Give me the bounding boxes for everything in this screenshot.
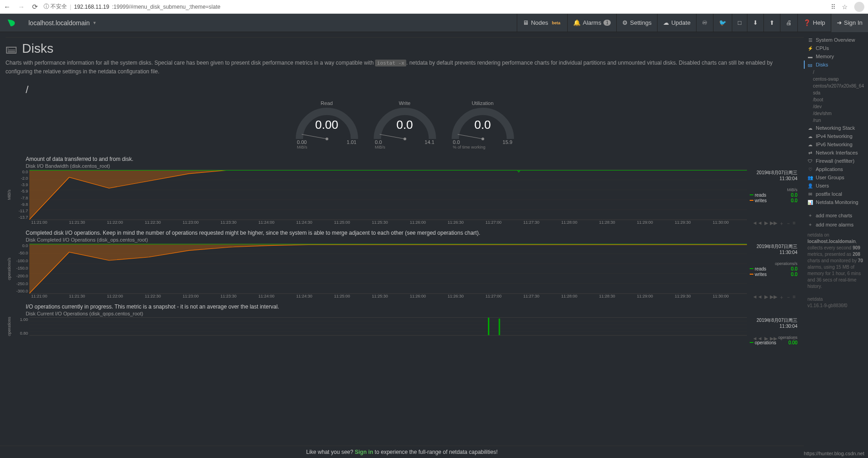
cloud-download-icon: ☁: [663, 19, 669, 26]
svg-point-5: [481, 138, 484, 140]
chart-minus-icon[interactable]: －: [786, 336, 791, 342]
chart-play-icon[interactable]: ▶: [764, 294, 768, 301]
chart-title: Disk Current I/O Operations (disk_qops.c…: [26, 311, 797, 316]
svg-point-1: [326, 138, 328, 140]
chart-menu-icon[interactable]: ≡: [793, 336, 796, 342]
chart-next-icon[interactable]: ▶▶: [770, 220, 777, 227]
chart-add-icon[interactable]: ＋: [779, 220, 784, 227]
sidebar-item-disks[interactable]: 🖴Disks: [804, 61, 868, 69]
github-link[interactable]: ♾: [696, 14, 713, 32]
sidebar-item-networking-stack[interactable]: ☁Networking Stack: [804, 124, 868, 132]
sidebar-sub-item[interactable]: centos/\x207/\x20x86_64: [804, 83, 868, 89]
gauge-value: 0.00: [293, 118, 361, 132]
browser-chrome: ← → ⟳ ⓘ 不安全 | 192.168.11.19:19999/#menu_…: [0, 0, 868, 14]
chart-minus-icon[interactable]: －: [786, 220, 791, 227]
sidebar-item-network-interfaces[interactable]: ⇄Network Interfaces: [804, 149, 868, 157]
print-button[interactable]: 🖨: [780, 14, 797, 32]
sidebar-icon: 🖴: [807, 62, 813, 67]
translate-icon[interactable]: ⠿: [831, 3, 835, 11]
hostname-dropdown[interactable]: localhost.localdomain ▼: [23, 19, 102, 27]
sidebar-label: IPv4 Networking: [816, 133, 852, 139]
sidebar-sub-item[interactable]: /dev: [804, 103, 868, 110]
sidebar-sub-item[interactable]: /: [804, 69, 868, 76]
sidebar-add-charts[interactable]: ＋add more charts: [804, 211, 868, 220]
nodes-button[interactable]: 🖥 Nodes beta: [517, 14, 567, 32]
sidebar-icon: ☁: [807, 134, 813, 139]
upload-button[interactable]: ⬆: [763, 14, 780, 32]
gauge-write[interactable]: Write 0.0 0.014.1 MiB/s: [370, 100, 439, 149]
bell-icon: 🔔: [573, 19, 581, 26]
signin-button[interactable]: ➜ Sign In: [831, 14, 868, 32]
chart-ylabel: operations: [6, 317, 13, 336]
sidebar-icon: ♡: [807, 167, 813, 172]
chart-menu-icon[interactable]: ≡: [793, 220, 796, 227]
settings-button[interactable]: ⚙ Settings: [616, 14, 657, 32]
back-icon[interactable]: ←: [4, 3, 11, 11]
sidebar-item-postfix-local[interactable]: ✉postfix local: [804, 190, 868, 198]
url-bar[interactable]: ⓘ 不安全 | 192.168.11.19:19999/#menu_disk_s…: [44, 3, 825, 11]
chart-prev-icon[interactable]: ◄◄: [752, 220, 763, 227]
chart-minus-icon[interactable]: －: [786, 294, 791, 301]
chart-next-icon[interactable]: ▶▶: [770, 294, 777, 301]
chart-add-icon[interactable]: ＋: [779, 294, 784, 301]
sidebar-item-memory[interactable]: ▬Memory: [804, 52, 868, 61]
sidebar-label: Network Interfaces: [816, 150, 858, 155]
alarms-button[interactable]: 🔔 Alarms 1: [567, 14, 616, 32]
update-button[interactable]: ☁ Update: [657, 14, 696, 32]
facebook-link[interactable]: □: [732, 14, 747, 32]
sidebar-label: Networking Stack: [816, 125, 855, 131]
chart-plot[interactable]: [29, 243, 747, 294]
chart-plot[interactable]: [29, 317, 747, 336]
netdata-logo[interactable]: [0, 18, 23, 28]
sidebar-item-netdata-monitoring[interactable]: 📊Netdata Monitoring: [804, 198, 868, 206]
sidebar-item-cpus[interactable]: ⚡CPUs: [804, 44, 868, 52]
twitter-link[interactable]: 🐦: [713, 14, 732, 32]
legend-item[interactable]: reads 0.0: [750, 266, 797, 271]
legend-item[interactable]: reads 0.0: [750, 193, 797, 198]
sidebar-label: Netdata Monitoring: [816, 199, 858, 205]
chart-next-icon[interactable]: ▶▶: [770, 336, 777, 342]
sidebar-item-ipv6-networking[interactable]: ☁IPv6 Networking: [804, 140, 868, 149]
signin-banner: Like what you see? Sign in to experience…: [0, 446, 804, 458]
chart-play-icon[interactable]: ▶: [764, 336, 768, 342]
signin-banner-link[interactable]: Sign in: [355, 449, 373, 455]
sidebar-sub-item[interactable]: /boot: [804, 96, 868, 103]
help-button[interactable]: ❓ Help: [797, 14, 831, 32]
legend-item[interactable]: writes 0.0: [750, 198, 797, 203]
sidebar-item-applications[interactable]: ♡Applications: [804, 165, 868, 173]
sidebar-add-alarms[interactable]: ＋add more alarms: [804, 220, 868, 229]
sidebar-icon: 👥: [807, 175, 813, 180]
avatar-icon[interactable]: [854, 2, 864, 12]
sidebar-item-ipv4-networking[interactable]: ☁IPv4 Networking: [804, 132, 868, 140]
chart-controls: ◄◄ ▶ ▶▶ ＋ － ≡: [751, 220, 797, 227]
sidebar-item-firewall-netfilter-[interactable]: 🛡Firewall (netfilter): [804, 157, 868, 165]
sidebar-sub-item[interactable]: centos-swap: [804, 76, 868, 83]
gauge-utilization[interactable]: Utilization 0.0 0.015.9 % of time workin…: [448, 100, 517, 149]
sidebar-item-user-groups[interactable]: 👥User Groups: [804, 173, 868, 182]
global-timeline[interactable]: [6, 32, 804, 38]
legend-item[interactable]: writes 0.0: [750, 272, 797, 277]
chart-prev-icon[interactable]: ◄◄: [752, 336, 763, 342]
reload-icon[interactable]: ⟳: [32, 3, 38, 11]
gauge-value: 0.0: [370, 118, 439, 132]
sidebar-sub-item[interactable]: /dev/shm: [804, 110, 868, 117]
sidebar-item-system-overview[interactable]: ☰System Overview: [804, 36, 868, 44]
chart-yaxis: 0.0-50.0-100.0-150.0-200.0-250.0-300.0: [13, 243, 29, 294]
url-host: 192.168.11.19: [74, 4, 109, 10]
sidebar-label: Disks: [816, 62, 828, 67]
chart-menu-icon[interactable]: ≡: [793, 294, 796, 301]
chart-prev-icon[interactable]: ◄◄: [752, 294, 763, 301]
chart-play-icon[interactable]: ▶: [764, 220, 768, 227]
gauge-read[interactable]: Read 0.00 0.001.01 MiB/s: [293, 100, 361, 149]
forward-icon[interactable]: →: [18, 3, 25, 11]
signin-icon: ➜: [837, 19, 842, 26]
chart-plot[interactable]: [29, 170, 747, 220]
sidebar-sub-item[interactable]: sda: [804, 89, 868, 96]
sidebar-sub-item[interactable]: /run: [804, 117, 868, 124]
chart-add-icon[interactable]: ＋: [779, 336, 784, 342]
chart-2: I/O operations currently in progress. Th…: [6, 303, 804, 342]
sidebar-item-users[interactable]: 👤Users: [804, 182, 868, 190]
download-button[interactable]: ⬇: [747, 14, 763, 32]
print-icon: 🖨: [786, 19, 792, 26]
star-icon[interactable]: ☆: [842, 3, 848, 11]
